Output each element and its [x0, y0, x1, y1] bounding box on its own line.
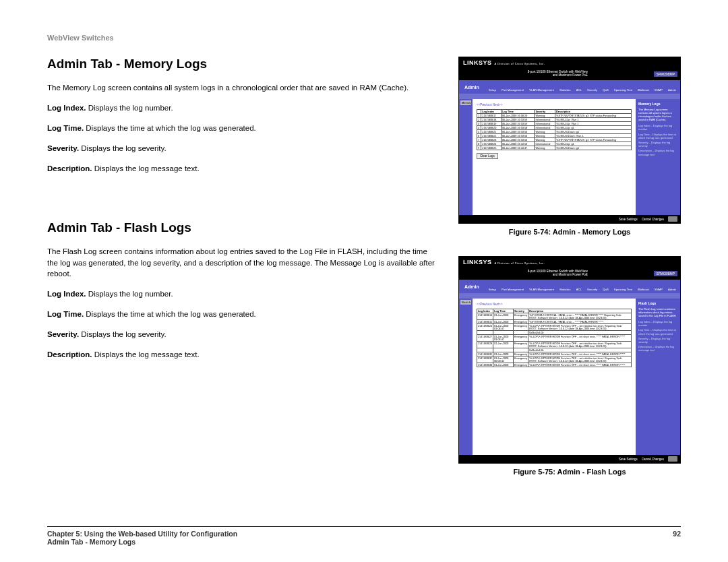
footer-chapter: Chapter 5: Using the Web-based Utility f…	[47, 530, 237, 538]
table-cell: 01-Jan-2000 01:04:47	[493, 324, 514, 331]
memory-log-table: Log IndexLog TimeSeverityDescription1214…	[477, 109, 632, 150]
help-link[interactable]: Log Time – Displays the time at which th…	[638, 133, 677, 139]
help-link[interactable]: Severity – Displays the log severity	[638, 141, 677, 148]
nav-tab[interactable]: Multicast	[638, 288, 649, 292]
figure-memory-logs: LINKSYSA Division of Cisco Systems, Inc.…	[458, 57, 681, 236]
nav-tab[interactable]: VLAN Management	[529, 288, 554, 292]
pager[interactable]: <<Previous Next>>	[477, 303, 632, 306]
field-label: Severity.	[47, 144, 79, 152]
nav-tab[interactable]: QoS	[603, 89, 608, 92]
table-cell: 2147483632	[477, 356, 493, 363]
nav-tab[interactable]: Admin	[668, 288, 676, 292]
field-text: Displays the log message text.	[92, 350, 199, 358]
right-panel-title: Flash Logs	[638, 301, 677, 306]
nav-tab[interactable]: Port Management	[502, 288, 524, 292]
table-cell: Emergency	[513, 363, 528, 367]
help-link[interactable]: Log Index – Displays the log number	[638, 124, 677, 131]
mock-left-rail: Flash Logs	[459, 299, 473, 455]
cisco-logo-icon	[668, 216, 677, 222]
product-label: 8-port 10/100 Ethernet Switch with WebVi…	[528, 270, 588, 277]
table-cell: 06-Jan-2000 16:44:47	[501, 146, 534, 150]
cancel-changes-button[interactable]: Cancel Changes	[642, 218, 664, 221]
section2-field: Log Time. Displays the time at which the…	[47, 309, 438, 319]
figure1-caption: Figure 5-74: Admin - Memory Logs	[458, 228, 681, 236]
nav-tab[interactable]: SNMP	[655, 288, 663, 292]
nav-tab[interactable]: Statistics	[559, 288, 571, 292]
table-cell: Emergency	[513, 342, 528, 348]
mock-left-rail: Memory Logs	[459, 99, 473, 215]
nav-tab[interactable]: Port Management	[502, 89, 524, 92]
mock-brand: LINKSYSA Division of Cisco Systems, Inc.	[459, 257, 680, 268]
footer-rule	[47, 526, 681, 527]
mock-main-memory: <<Previous Next>> Log IndexLog TimeSever…	[473, 99, 636, 215]
help-link[interactable]: Description – Displays the log message t…	[638, 149, 677, 156]
table-cell: 01-Jan-2000 00:00:42	[493, 356, 514, 363]
table-cell: 2147483628	[477, 342, 493, 348]
cisco-logo-icon	[668, 456, 677, 462]
nav-tab[interactable]: QoS	[603, 288, 608, 292]
nav-tab[interactable]: Multicast	[638, 89, 649, 92]
field-text: Displays the time at which the log was g…	[84, 310, 256, 318]
mock-topbar: 8-port 10/100 Ethernet Switch with WebVi…	[459, 68, 680, 80]
screenshot-flash-logs: LINKSYSA Division of Cisco Systems, Inc.…	[458, 256, 681, 464]
table-row: 214748362701-Jan-2000 01:04:47Emergency%…	[477, 335, 632, 342]
right-panel-title: Memory Logs	[638, 102, 677, 106]
section2-intro: The Flash Log screen contains informatio…	[47, 246, 438, 278]
mock-right-rail: Flash Logs The Flash Log screen contains…	[636, 299, 680, 455]
cancel-changes-button[interactable]: Cancel Changes	[642, 458, 664, 461]
field-label: Description.	[47, 350, 92, 358]
nav-tab[interactable]: Spanning Tree	[614, 288, 632, 292]
field-text: Displays the log message text.	[92, 164, 199, 173]
nav-tab[interactable]: Security	[587, 288, 597, 292]
table-cell: 2147483633	[477, 363, 493, 367]
table-cell: 2147483625	[481, 146, 502, 150]
nav-tab[interactable]: Admin	[668, 89, 676, 92]
table-cell: 2147483624	[477, 324, 493, 331]
mock-main-flash: <<Previous Next>> Log IndexLog TimeSever…	[473, 299, 636, 455]
table-row: 214748362801-Jan-2000Emergency%LLDP-F-RP…	[477, 342, 632, 348]
admin-tab-label[interactable]: Admin	[459, 80, 485, 94]
pager[interactable]: <<Previous Next>>	[477, 103, 632, 106]
footer-section-ref: Admin Tab - Memory Logs	[47, 538, 681, 546]
section1-field: Log Index. Displays the log number.	[47, 102, 438, 113]
screenshot-memory-logs: LINKSYSA Division of Cisco Systems, Inc.…	[458, 57, 681, 224]
table-cell: %LLDP-F-RPTERR:MODE Function OFF – set i…	[528, 356, 632, 363]
save-settings-button[interactable]: Save Settings	[619, 458, 638, 461]
section1-title: Admin Tab - Memory Logs	[47, 57, 438, 71]
table-row: 214748361401-Jan-2000Emergency%SYSTEM-F-…	[477, 313, 632, 320]
figure2-caption: Figure 5-75: Admin - Flash Logs	[458, 468, 681, 476]
nav-tab[interactable]: ACL	[576, 288, 582, 292]
field-text: Displays the log number.	[86, 104, 173, 112]
help-link[interactable]: Description – Displays the log message t…	[638, 345, 677, 352]
nav-tab[interactable]: Statistics	[559, 89, 571, 92]
table-cell: %SYSTEM-F-CRITICAL: FATAL error – ***** …	[528, 313, 632, 320]
table-cell: 01-Jan-2000	[493, 363, 514, 367]
nav-tab[interactable]: Setup	[489, 288, 496, 292]
nav-tab[interactable]: Setup	[489, 89, 496, 92]
brand-text: LINKSYS	[463, 59, 492, 66]
help-link[interactable]: Log Time – Displays the time at which th…	[638, 328, 677, 335]
admin-tab-label[interactable]: Admin	[459, 280, 485, 293]
help-link[interactable]: Severity – Displays the log severity	[638, 337, 677, 344]
clear-logs-button[interactable]: Clear Logs	[477, 153, 498, 159]
flash-log-table: Log IndexLog TimeSeverityDescription2147…	[477, 309, 632, 367]
field-label: Log Index.	[47, 290, 86, 298]
table-cell: 2147483614	[477, 313, 493, 320]
nav-tab[interactable]: VLAN Management	[529, 89, 554, 92]
nav-tab[interactable]: ACL	[576, 89, 582, 92]
doc-header-label: WebView Switches	[47, 34, 681, 42]
nav-tab[interactable]: SNMP	[655, 89, 663, 92]
section2-field: Log Index. Displays the log number.	[47, 288, 438, 299]
mock-footer: Save Settings Cancel Changes	[459, 455, 680, 463]
figure-flash-logs: LINKSYSA Division of Cisco Systems, Inc.…	[458, 256, 681, 476]
nav-tab[interactable]: Spanning Tree	[614, 89, 632, 92]
mock-subnav	[459, 94, 680, 99]
page-footer: Chapter 5: Using the Web-based Utility f…	[47, 522, 681, 546]
table-cell: 01-Jan-2000	[493, 342, 514, 348]
section1-intro: The Memory Log screen contains all syste…	[47, 82, 438, 93]
section1-field: Log Time. Displays the time at which the…	[47, 123, 438, 133]
table-cell: %LLDP-F-RPTERR:MODE Function OFF – set i…	[528, 342, 632, 348]
help-link[interactable]: Log Index – Displays the log number	[638, 320, 677, 327]
save-settings-button[interactable]: Save Settings	[619, 218, 638, 221]
nav-tab[interactable]: Security	[587, 89, 597, 92]
